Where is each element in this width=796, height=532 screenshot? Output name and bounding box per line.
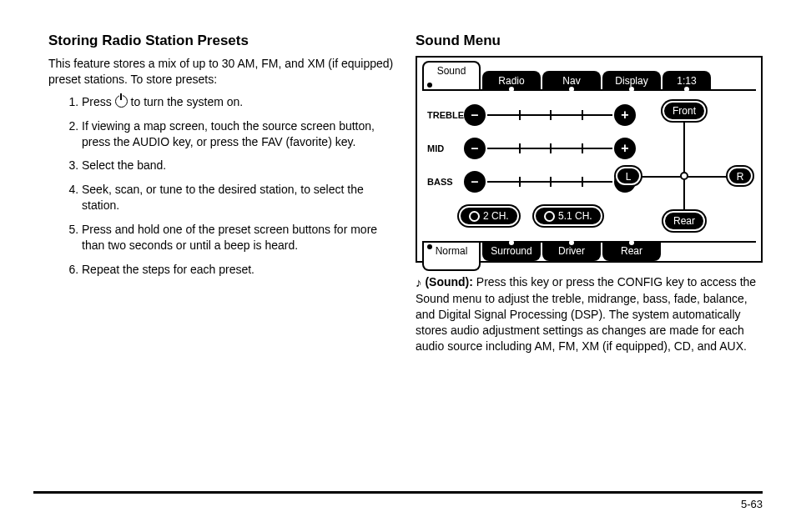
tab-normal-label: Normal	[436, 245, 468, 257]
sound-caption-label: (Sound):	[425, 275, 473, 289]
step-6: Repeat the steps for each preset.	[82, 262, 399, 278]
tab-rear-mode[interactable]: Rear	[602, 243, 661, 261]
radio-indicator-icon	[469, 211, 480, 222]
step-4: Seek, scan, or tune to the desired stati…	[82, 182, 399, 213]
tab-radio-label: Radio	[498, 75, 524, 87]
front-button[interactable]: Front	[662, 101, 706, 121]
step-1-prefix: Press	[82, 95, 115, 108]
bass-minus-button[interactable]: –	[464, 171, 486, 193]
tab-nav-label: Nav	[562, 75, 580, 87]
step-2: If viewing a map screen, touch the sourc…	[82, 118, 399, 150]
treble-minus-button[interactable]: –	[464, 104, 486, 126]
tab-rear-mode-label: Rear	[621, 245, 642, 257]
bottom-tabs: Normal Surround Driver Rear	[422, 241, 756, 271]
balance-target-icon	[680, 172, 688, 180]
mid-minus-button[interactable]: –	[464, 138, 486, 159]
page-footer: 5-63	[33, 491, 763, 512]
tab-surround[interactable]: Surround	[482, 243, 541, 261]
tab-clock-label: 1:13	[677, 75, 696, 87]
tab-radio[interactable]: Radio	[482, 71, 541, 89]
step-5: Press and hold one of the preset screen …	[82, 222, 399, 253]
treble-row: TREBLE – +	[427, 104, 636, 126]
step-1-text: to turn the system on.	[131, 95, 244, 108]
treble-slider[interactable]	[487, 114, 612, 116]
treble-label: TREBLE	[427, 109, 464, 122]
fade-balance-grid[interactable]: Front Rear L R	[619, 101, 749, 231]
steps-list: Press to turn the system on. If viewing …	[48, 94, 399, 278]
51ch-button[interactable]: 5.1 CH.	[534, 206, 602, 226]
top-tabs: Sound Radio Nav Display 1:13	[422, 61, 756, 91]
left-button[interactable]: L	[616, 167, 641, 185]
bass-row: BASS – +	[427, 171, 636, 193]
2ch-button[interactable]: 2 CH.	[459, 206, 519, 226]
bass-label: BASS	[427, 176, 464, 188]
tab-driver-label: Driver	[558, 245, 585, 257]
rear-button[interactable]: Rear	[663, 211, 705, 231]
music-note-icon: ♪	[416, 275, 422, 289]
heading-sound-menu: Sound Menu	[416, 32, 763, 51]
tab-display[interactable]: Display	[602, 71, 661, 89]
tab-nav[interactable]: Nav	[542, 71, 601, 89]
tab-sound-label: Sound	[437, 65, 466, 77]
step-1: Press to turn the system on.	[82, 94, 399, 110]
radio-indicator-icon	[544, 211, 555, 222]
tab-driver[interactable]: Driver	[542, 243, 601, 261]
mid-label: MID	[427, 143, 464, 155]
tab-display-label: Display	[615, 75, 647, 87]
step-3: Select the band.	[82, 158, 399, 173]
tab-sound[interactable]: Sound	[422, 61, 481, 89]
power-icon	[115, 95, 128, 108]
mid-row: MID – +	[427, 138, 636, 159]
tab-normal[interactable]: Normal	[422, 243, 481, 271]
right-button[interactable]: R	[728, 167, 753, 185]
tab-surround-label: Surround	[491, 245, 532, 257]
2ch-label: 2 CH.	[483, 209, 509, 223]
tab-clock[interactable]: 1:13	[662, 71, 711, 89]
51ch-label: 5.1 CH.	[558, 209, 592, 223]
sound-caption: ♪ (Sound): Press this key or press the C…	[416, 274, 763, 354]
page-number: 5-63	[741, 498, 763, 510]
sound-menu-figure: Sound Radio Nav Display 1:13 TREBLE – + …	[416, 56, 763, 263]
bass-slider[interactable]	[487, 181, 612, 183]
heading-storing-presets: Storing Radio Station Presets	[48, 32, 399, 51]
mid-slider[interactable]	[487, 148, 612, 149]
intro-paragraph: This feature stores a mix of up to 30 AM…	[48, 56, 399, 88]
